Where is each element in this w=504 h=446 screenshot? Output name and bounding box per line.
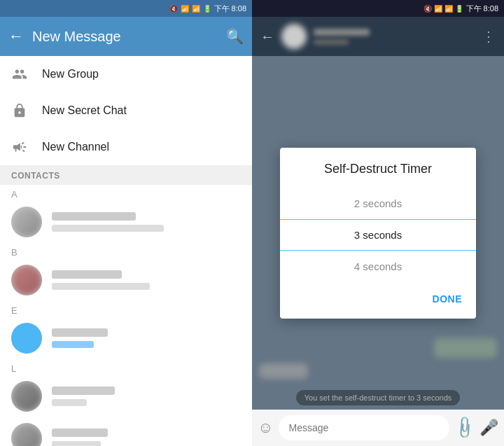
header-right: ← ⋮ [252, 17, 504, 56]
new-channel-label: New Channel [42, 141, 109, 153]
avatar-extra [11, 423, 42, 446]
emoji-button[interactable]: ☺ [258, 419, 273, 437]
dialog-actions: DONE [280, 282, 476, 313]
new-secret-chat-label: New Secret Chat [42, 104, 127, 117]
group-letter-a: A [0, 185, 252, 201]
input-bar: ☺ 📎 🎤 [252, 410, 504, 446]
attach-button[interactable]: 📎 [451, 414, 477, 440]
status-bar-right: 🔇 📶 📶 🔋 下午 8:08 [252, 0, 504, 17]
contact-name-l [52, 386, 115, 395]
more-options-button[interactable]: ⋮ [482, 28, 496, 45]
option-4-seconds[interactable]: 4 seconds [280, 251, 476, 282]
contact-info-extra [52, 428, 241, 446]
right-header-avatar [281, 24, 307, 49]
contact-sub-e [52, 341, 94, 348]
contacts-section-label: CONTACTS [0, 165, 252, 185]
avatar-b [11, 265, 42, 295]
left-panel: 🔇 📶 📶 🔋 下午 8:08 ← New Message 🔍 New Grou… [0, 0, 252, 446]
mic-button[interactable]: 🎤 [479, 419, 498, 437]
contact-item-extra[interactable] [0, 417, 252, 446]
self-destruct-dialog: Self-Destruct Timer 2 seconds 3 seconds … [280, 148, 476, 319]
dialog-options: 2 seconds 3 seconds 4 seconds [280, 188, 476, 282]
megaphone-icon [11, 139, 28, 155]
status-wifi-icon: 📶 [181, 5, 189, 13]
lock-icon [11, 102, 28, 119]
search-button[interactable]: 🔍 [226, 28, 244, 45]
group-letter-e: E [0, 301, 252, 317]
contacts-list: A B E [0, 185, 252, 446]
option-2-seconds[interactable]: 2 seconds [280, 188, 476, 219]
dialog-title: Self-Destruct Timer [280, 162, 476, 176]
contact-sub-a [52, 225, 164, 232]
contact-item-l[interactable] [0, 375, 252, 417]
dialog-overlay: Self-Destruct Timer 2 seconds 3 seconds … [252, 56, 504, 410]
page-title: New Message [32, 29, 218, 45]
group-icon [11, 66, 28, 83]
status-mute-icon: 🔇 [169, 5, 178, 13]
contact-sub-l [52, 399, 87, 406]
contact-info-e [52, 328, 241, 348]
avatar-e [11, 323, 42, 354]
right-back-button[interactable]: ← [260, 29, 274, 45]
contact-info-l [52, 386, 241, 406]
contact-item-b[interactable] [0, 259, 252, 301]
option-3-seconds[interactable]: 3 seconds [280, 219, 476, 251]
chat-background: You set the self-destruct timer to 3 sec… [252, 56, 504, 410]
right-status-icons: 🔇 📶 📶 🔋 [424, 5, 463, 13]
header-left: ← New Message 🔍 [0, 17, 252, 56]
contact-sub-b [52, 283, 150, 290]
message-input[interactable] [279, 415, 449, 440]
contact-name-b [52, 270, 122, 279]
right-header-info [314, 29, 475, 45]
group-letter-b: B [0, 243, 252, 259]
contact-item-a[interactable] [0, 201, 252, 243]
status-bar-left: 🔇 📶 📶 🔋 下午 8:08 [0, 0, 252, 17]
menu-section: New Group New Secret Chat New Channel [0, 56, 252, 165]
group-letter-l: L [0, 359, 252, 375]
contact-name-a [52, 212, 136, 221]
status-time-left: 下午 8:08 [214, 4, 246, 14]
contact-info-a [52, 212, 241, 232]
contact-name-extra [52, 428, 108, 437]
contact-item-e[interactable] [0, 317, 252, 359]
status-battery-icon: 🔋 [203, 5, 211, 13]
contact-sub-extra [52, 441, 101, 446]
status-signal-icon: 📶 [192, 5, 200, 13]
avatar-a [11, 207, 42, 237]
menu-item-new-group[interactable]: New Group [0, 56, 252, 92]
status-time-right: 下午 8:08 [466, 4, 498, 14]
new-group-label: New Group [42, 68, 99, 81]
avatar-l [11, 381, 42, 412]
menu-item-new-channel[interactable]: New Channel [0, 129, 252, 165]
contact-info-b [52, 270, 241, 290]
menu-item-new-secret-chat[interactable]: New Secret Chat [0, 92, 252, 129]
back-button[interactable]: ← [8, 27, 24, 46]
right-panel: 🔇 📶 📶 🔋 下午 8:08 ← ⋮ You set the self-des… [252, 0, 504, 446]
right-header-sub [314, 39, 349, 45]
done-button[interactable]: DONE [430, 288, 465, 310]
contact-name-e [52, 328, 108, 337]
right-header-name [314, 29, 370, 36]
